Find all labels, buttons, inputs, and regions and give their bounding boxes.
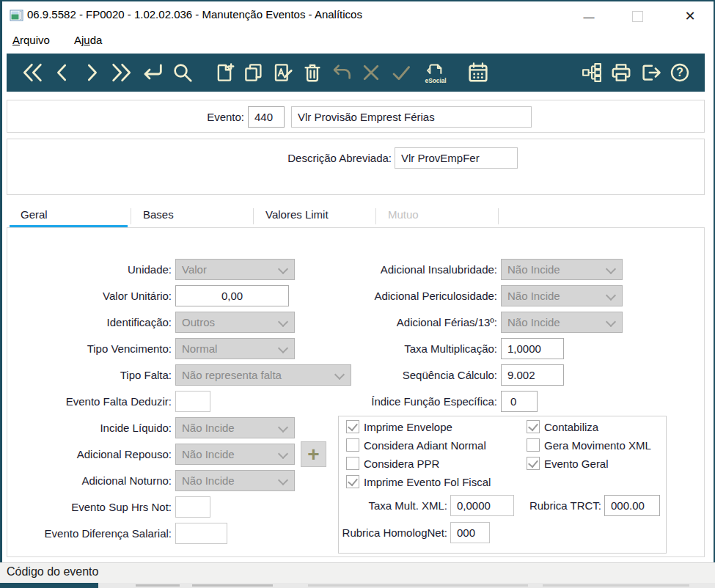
adicional-repouso-label: Adicional Repouso:	[7, 444, 172, 465]
toolbar-button-new[interactable]	[213, 62, 235, 84]
incide-liquido-select[interactable]: Não Incide	[175, 417, 295, 438]
checkbox-icon	[346, 457, 359, 470]
checkbox-icon	[346, 438, 359, 452]
sequencia-calculo-input[interactable]: 9.002	[501, 364, 564, 386]
valor-unitario-label: Valor Unitário:	[7, 285, 172, 306]
tipo-vencimento-select[interactable]: Normal	[175, 338, 295, 359]
maximize-button[interactable]	[620, 5, 654, 27]
toolbar-button-copy[interactable]	[243, 62, 265, 84]
calendar-icon	[466, 61, 490, 84]
toolbar-button-enter[interactable]	[141, 61, 164, 84]
checkbox-evento-geral[interactable]: Evento Geral	[527, 456, 609, 471]
descricao-label: Descrição Abreviada:	[7, 147, 392, 169]
tab-separator	[498, 208, 499, 224]
chevron-down-icon	[278, 317, 288, 327]
rubrica-homolognet-label: Rubrica HomologNet:	[334, 522, 447, 543]
geral-tab-panel: Unidade: Valor Valor Unitário: 0,00 Iden…	[7, 227, 705, 557]
rubrica-homolognet-input[interactable]: 000	[450, 522, 490, 543]
adicional-repouso-select[interactable]: Não Incide	[175, 444, 295, 465]
toolbar-button-delete[interactable]	[301, 62, 323, 84]
options-groupbox: Imprime Envelope Considera Adiant Normal…	[338, 416, 667, 554]
toolbar-button-edit[interactable]	[272, 62, 294, 84]
tipo-vencimento-label: Tipo Vencimento:	[7, 338, 172, 359]
toolbar-button-search[interactable]	[172, 62, 194, 84]
sequencia-calculo-label: Seqüência Cálculo:	[323, 364, 497, 386]
toolbar: eSocial ?	[7, 54, 705, 92]
checkbox-icon	[527, 457, 540, 470]
checkbox-considera-ppr[interactable]: Considera PPR	[346, 456, 439, 471]
evento-sup-hrs-not-input[interactable]	[175, 496, 210, 518]
valor-unitario-input[interactable]: 0,00	[175, 285, 289, 306]
toolbar-button-first[interactable]	[21, 61, 44, 84]
previous-record-icon	[51, 61, 73, 84]
adicional-periculosidade-label: Adicional Periculosidade:	[323, 285, 497, 306]
evento-diferenca-salarial-input[interactable]	[175, 523, 227, 544]
maximize-icon	[632, 11, 643, 22]
chevron-down-icon	[278, 449, 288, 459]
checkbox-imprime-evento-fol-fiscal[interactable]: Imprime Evento Fol Fiscal	[346, 474, 491, 489]
esocial-icon: eSocial	[420, 60, 450, 85]
toolbar-button-last[interactable]	[110, 61, 133, 84]
taxa-multiplicacao-input[interactable]: 1,0000	[501, 338, 564, 359]
evento-code-input[interactable]: 440	[248, 106, 285, 128]
adicional-insalubridade-label: Adicional Insalubridade:	[323, 259, 497, 280]
evento-diferenca-salarial-label: Evento Diferença Salarial:	[7, 523, 172, 544]
rubrica-trct-input[interactable]: 000.00	[604, 495, 660, 516]
app-window: 06.9.5582 - FP0020 - 1.02.02.036 - Manut…	[0, 0, 715, 588]
cancel-icon	[360, 62, 382, 84]
status-bar: Código do evento	[0, 562, 715, 583]
exit-icon	[639, 62, 661, 84]
tab-valores-limit[interactable]: Valores Limit	[253, 205, 375, 229]
checkbox-gera-movimento-xml[interactable]: Gera Movimento XML	[527, 438, 651, 452]
menu-ajuda[interactable]: Ajuda	[71, 32, 105, 49]
toolbar-button-confirm[interactable]	[389, 62, 413, 84]
toolbar-button-calendar[interactable]	[466, 61, 490, 84]
toolbar-button-exit[interactable]	[639, 62, 661, 84]
adicional-insalubridade-select[interactable]: Não Incide	[501, 259, 623, 280]
window-title: 06.9.5582 - FP0020 - 1.02.02.036 - Manut…	[27, 8, 362, 21]
toolbar-button-previous[interactable]	[51, 61, 73, 84]
identificacao-label: Identificação:	[7, 312, 172, 333]
enter-icon	[141, 61, 164, 84]
adicional-ferias-13-select[interactable]: Não Incide	[501, 312, 623, 333]
evento-desc-input[interactable]: Vlr Provisão Emprest Férias	[291, 106, 532, 128]
chevron-down-icon	[606, 317, 616, 327]
menu-arquivo[interactable]: Arquivo	[10, 32, 53, 49]
indice-funcao-especifica-input[interactable]: 0	[501, 391, 538, 412]
checkbox-contabiliza[interactable]: Contabiliza	[527, 419, 598, 434]
checkbox-imprime-envelope[interactable]: Imprime Envelope	[346, 419, 452, 434]
edit-icon	[272, 62, 294, 84]
unidade-select[interactable]: Valor	[175, 259, 295, 280]
toolbar-button-print[interactable]	[610, 62, 632, 84]
checkbox-icon	[346, 420, 359, 433]
status-text: Código do evento	[7, 565, 98, 578]
toolbar-button-next[interactable]	[81, 61, 103, 84]
undo-icon	[331, 62, 353, 84]
adicional-periculosidade-select[interactable]: Não Incide	[501, 285, 623, 306]
close-button[interactable]: ✕	[673, 5, 707, 27]
descricao-input[interactable]: Vlr ProvEmpFer	[395, 147, 518, 169]
minimize-button[interactable]: —	[572, 5, 606, 27]
adicional-ferias-13-label: Adicional Férias/13º:	[323, 312, 497, 333]
chevron-down-icon	[278, 343, 288, 353]
toolbar-button-undo[interactable]	[331, 62, 353, 84]
plus-icon: +	[307, 443, 319, 466]
menu-bar: Arquivo Ajuda	[2, 29, 714, 51]
tab-mutuo[interactable]: Mutuo	[375, 205, 498, 229]
add-button[interactable]: +	[301, 441, 326, 467]
evento-sup-hrs-not-label: Evento Sup Hrs Not:	[7, 496, 172, 518]
toolbar-button-help[interactable]: ?	[669, 62, 691, 84]
tab-bases[interactable]: Bases	[131, 205, 253, 229]
tab-geral[interactable]: Geral	[8, 205, 131, 229]
identificacao-select[interactable]: Outros	[175, 312, 295, 333]
adicional-noturno-select[interactable]: Não Incide	[175, 470, 295, 491]
copy-icon	[243, 62, 265, 84]
checkbox-considera-adiant-normal[interactable]: Considera Adiant Normal	[346, 438, 486, 452]
toolbar-button-esocial[interactable]: eSocial	[420, 60, 450, 85]
evento-falta-deduzir-input[interactable]	[175, 391, 210, 412]
checkbox-icon	[346, 475, 359, 488]
tree-icon	[581, 62, 603, 84]
toolbar-button-cancel[interactable]	[360, 62, 382, 84]
toolbar-button-tree[interactable]	[581, 62, 603, 84]
chevron-down-icon	[278, 475, 288, 485]
